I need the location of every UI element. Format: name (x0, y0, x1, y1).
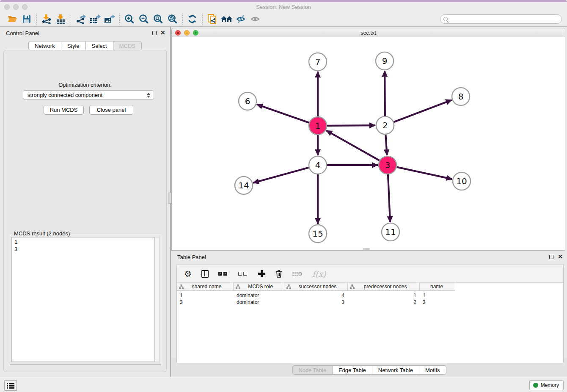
column-header-predecessor-nodes[interactable]: predecessor nodes (348, 283, 420, 290)
float-table-panel-icon[interactable] (549, 255, 553, 259)
delete-column-icon[interactable] (275, 270, 283, 278)
criterion-select[interactable]: strongly connected component (23, 90, 154, 100)
column-header-mcds-role[interactable]: MCDS role (234, 283, 284, 290)
edge-2-3[interactable] (385, 135, 387, 155)
network-window-title: scc.txt (172, 30, 565, 36)
column-header-shared-name[interactable]: shared name (177, 283, 234, 290)
cell-name[interactable]: 3 (420, 299, 455, 306)
gear-icon[interactable]: ⚙ (184, 269, 192, 279)
export-network-button[interactable] (74, 13, 88, 25)
import-network-button[interactable] (39, 13, 54, 25)
refresh-layout-button[interactable] (185, 13, 200, 25)
deselect-all-icon[interactable] (238, 272, 248, 276)
tab-node-table[interactable]: Node Table (292, 365, 333, 375)
splitter-handle[interactable] (168, 193, 171, 204)
delete-table-icon[interactable] (292, 271, 303, 277)
node-label-11: 11 (385, 227, 396, 237)
table-toolbar: ⚙ ✓✓ (177, 265, 563, 283)
column-header-name[interactable]: name (420, 283, 455, 290)
column-header-successor-nodes[interactable]: successor nodes (284, 283, 348, 290)
node-label-6: 6 (245, 96, 250, 106)
select-all-icon[interactable]: ✓✓ (218, 272, 228, 276)
import-table-icon (56, 14, 66, 24)
table-rows: 1dominator4113dominator323 (177, 292, 563, 306)
open-session-button[interactable] (5, 13, 19, 25)
tab-network-table[interactable]: Network Table (372, 365, 419, 375)
node-label-2: 2 (383, 120, 388, 130)
cell-successor-nodes[interactable]: 4 (284, 292, 348, 299)
node-label-1: 1 (315, 121, 321, 131)
canvas-resize-handle[interactable] (363, 248, 370, 250)
edge-2-9[interactable] (385, 71, 385, 116)
show-eye-button[interactable] (248, 13, 263, 25)
network-window-titlebar[interactable]: ✕ − + scc.txt (171, 28, 565, 37)
titlebar: Session: New Session (0, 2, 567, 12)
zoom-out-button[interactable] (137, 13, 151, 25)
mcds-panel: Optimization criterion: strongly connect… (3, 50, 167, 372)
add-column-icon[interactable] (258, 270, 265, 277)
search-icon (443, 17, 448, 21)
control-panel-title: Control Panel (6, 30, 39, 36)
refresh-layout-icon (187, 14, 198, 24)
table-row[interactable]: 1dominator411 (177, 292, 563, 299)
function-builder-icon[interactable]: f(x) (312, 269, 326, 279)
criterion-selected-value: strongly connected component (28, 92, 102, 98)
zoom-in-button[interactable] (122, 13, 137, 25)
tab-network[interactable]: Network (28, 41, 61, 50)
tab-motifs[interactable]: Motifs (419, 365, 446, 375)
tab-style[interactable]: Style (61, 41, 86, 50)
task-history-button[interactable] (4, 380, 17, 391)
cell-mcds-role[interactable]: dominator (234, 299, 284, 306)
column-label: predecessor nodes (355, 284, 419, 290)
memory-button[interactable]: Memory (529, 380, 564, 390)
hide-eye-icon (236, 14, 246, 24)
zoom-selected-button[interactable] (165, 13, 180, 25)
tab-mcds[interactable]: MCDS (113, 41, 142, 50)
cell-predecessor-nodes[interactable]: 1 (348, 292, 420, 299)
edge-2-8[interactable] (394, 100, 452, 122)
homes-button[interactable] (220, 13, 234, 25)
table-row[interactable]: 3dominator323 (177, 299, 563, 306)
hide-eye-button[interactable] (234, 13, 248, 25)
toolbar-separator (36, 14, 37, 25)
export-table-icon (90, 14, 101, 24)
network-canvas[interactable]: 7968124314101511 (171, 37, 565, 251)
cell-successor-nodes[interactable]: 3 (284, 299, 348, 306)
close-panel-icon[interactable]: ✕ (160, 29, 165, 36)
network-graph: 7968124314101511 (172, 37, 565, 250)
run-mcds-button[interactable]: Run MCDS (44, 105, 84, 115)
node-label-7: 7 (315, 57, 321, 67)
edge-3-1[interactable] (326, 130, 380, 160)
edge-3-10[interactable] (396, 167, 452, 179)
save-session-icon (22, 15, 31, 23)
result-scrollbar[interactable] (155, 237, 160, 362)
table-header-row: shared nameMCDS rolesuccessor nodesprede… (177, 283, 455, 291)
import-table-button[interactable] (54, 13, 68, 25)
float-panel-icon[interactable] (152, 31, 157, 35)
columns-icon[interactable] (201, 270, 209, 278)
zoom-fit-button[interactable] (151, 13, 165, 25)
edge-1-2[interactable] (327, 125, 375, 126)
edge-3-11[interactable] (388, 174, 390, 222)
mcds-result-text[interactable]: 1 3 (11, 237, 155, 362)
toolbar-separator (202, 14, 203, 25)
cell-shared-name[interactable]: 3 (177, 299, 234, 306)
duplicate-network-icon (207, 14, 217, 24)
cell-shared-name[interactable]: 1 (177, 292, 234, 299)
edge-4-14[interactable] (253, 168, 309, 183)
duplicate-network-button[interactable] (205, 13, 220, 25)
close-table-panel-icon[interactable]: ✕ (558, 253, 563, 260)
close-panel-button[interactable]: Close panel (89, 105, 133, 115)
edge-1-6[interactable] (257, 105, 309, 123)
attribute-icon (350, 284, 355, 289)
cell-name[interactable]: 1 (420, 292, 455, 299)
tab-select[interactable]: Select (86, 41, 113, 50)
search-input[interactable] (440, 14, 562, 24)
export-image-button[interactable] (102, 13, 117, 25)
save-session-button[interactable] (19, 13, 34, 25)
cell-predecessor-nodes[interactable]: 2 (348, 299, 420, 306)
export-table-button[interactable] (88, 13, 102, 25)
cell-mcds-role[interactable]: dominator (234, 292, 284, 299)
zoom-in-icon (124, 14, 135, 24)
tab-edge-table[interactable]: Edge Table (333, 365, 372, 375)
